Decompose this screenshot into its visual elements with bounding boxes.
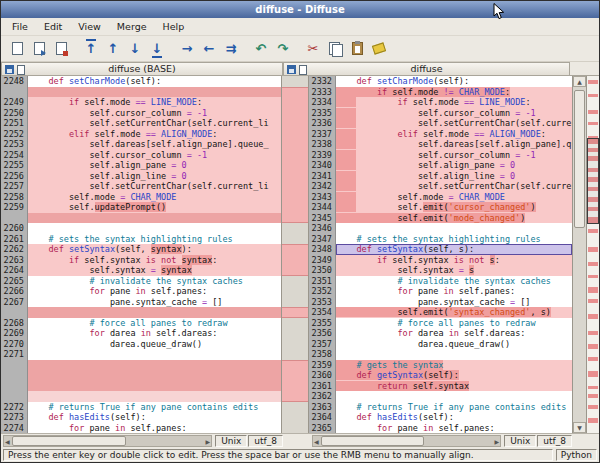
- horizontal-scrollbar-right[interactable]: ◀ ▶: [312, 435, 501, 447]
- code-line[interactable]: # force all panes to redraw: [28, 318, 281, 329]
- line-number[interactable]: 2249: [1, 97, 27, 108]
- line-number[interactable]: 2270: [1, 339, 27, 350]
- line-number[interactable]: 2361: [309, 381, 335, 392]
- line-number[interactable]: 2257: [1, 181, 27, 192]
- code-line[interactable]: def setCharMode(self):: [336, 76, 572, 87]
- code-line[interactable]: self.mode = CHAR_MODE: [336, 192, 572, 203]
- code-pane-base[interactable]: def setCharMode(self): if self.mode == L…: [28, 76, 282, 433]
- code-line[interactable]: [28, 349, 281, 360]
- line-number[interactable]: 2266: [1, 286, 27, 297]
- line-number[interactable]: 2269: [1, 328, 27, 339]
- line-number[interactable]: 2336: [309, 118, 335, 129]
- code-line[interactable]: [336, 391, 572, 402]
- vertical-scrollbar-thumb[interactable]: [574, 90, 585, 228]
- code-line[interactable]: if self.syntax is not syntax:: [28, 255, 281, 266]
- line-number[interactable]: 2265: [1, 276, 27, 287]
- open-file-button[interactable]: [29, 39, 49, 59]
- menu-edit[interactable]: Edit: [36, 18, 70, 35]
- titlebar[interactable]: diffuse - Diffuse: [1, 1, 599, 18]
- line-number[interactable]: 2262: [1, 244, 27, 255]
- line-number[interactable]: 2252: [1, 129, 27, 140]
- line-number[interactable]: [1, 381, 27, 392]
- line-number[interactable]: 2254: [1, 150, 27, 161]
- line-number[interactable]: 2355: [309, 318, 335, 329]
- first-difference-button[interactable]: ↑: [81, 39, 101, 59]
- code-line[interactable]: self.syntax = syntax: [28, 265, 281, 276]
- code-line[interactable]: # invalidate the syntax caches: [336, 276, 572, 287]
- code-line[interactable]: elif self.mode == ALIGN_MODE:: [336, 129, 572, 140]
- code-line[interactable]: def getSyntax(self):: [336, 370, 572, 381]
- line-number[interactable]: 2362: [309, 391, 335, 402]
- pane-header-base[interactable]: diffuse (BASE): [1, 62, 283, 76]
- code-line[interactable]: self.syntax = s: [336, 265, 572, 276]
- line-number[interactable]: [1, 360, 27, 371]
- line-number[interactable]: 2365: [309, 423, 335, 434]
- line-number[interactable]: 2345: [309, 213, 335, 224]
- code-line[interactable]: # returns True if any pane contains edit…: [336, 402, 572, 413]
- code-line[interactable]: [28, 360, 281, 371]
- paste-button[interactable]: [347, 39, 367, 59]
- line-number[interactable]: 2255: [1, 160, 27, 171]
- code-line[interactable]: [28, 223, 281, 234]
- code-line[interactable]: for pane in self.panes:: [336, 286, 572, 297]
- line-number[interactable]: 2346: [309, 223, 335, 234]
- copy-button[interactable]: [325, 39, 345, 59]
- line-number[interactable]: 2261: [1, 234, 27, 245]
- code-line[interactable]: for pane in self.panes:: [28, 286, 281, 297]
- code-line[interactable]: # invalidate the syntax caches: [28, 276, 281, 287]
- code-line[interactable]: darea.queue_draw(): [28, 339, 281, 350]
- save-file-button[interactable]: [51, 39, 71, 59]
- code-line[interactable]: [28, 370, 281, 381]
- line-number[interactable]: 2248: [1, 76, 27, 87]
- code-line[interactable]: def hasEdits(self):: [336, 412, 572, 423]
- vertical-scrollbar[interactable]: ▲ ▼: [572, 76, 586, 433]
- code-line[interactable]: self.setCurrentChar(self.current_li: [28, 181, 281, 192]
- line-number[interactable]: 2360: [309, 370, 335, 381]
- line-number[interactable]: 2337: [309, 129, 335, 140]
- code-line[interactable]: self.emit('mode_changed'): [336, 213, 572, 224]
- line-number[interactable]: 2272: [1, 402, 27, 413]
- copy-selection-right-button[interactable]: →: [177, 39, 197, 59]
- menu-merge[interactable]: Merge: [109, 18, 155, 35]
- pane-header-edited[interactable]: diffuse: [283, 62, 570, 76]
- line-number[interactable]: 2352: [309, 286, 335, 297]
- code-line[interactable]: def setCharMode(self):: [28, 76, 281, 87]
- line-number[interactable]: 2267: [1, 297, 27, 308]
- code-line[interactable]: # sets the syntax highlighting rules: [336, 234, 572, 245]
- line-number[interactable]: 2333: [309, 87, 335, 98]
- code-line[interactable]: self.cursor_column = -1: [28, 150, 281, 161]
- line-number[interactable]: 2253: [1, 139, 27, 150]
- code-line[interactable]: self.align_pane = 0: [28, 160, 281, 171]
- line-number[interactable]: [1, 391, 27, 402]
- line-number[interactable]: 2344: [309, 202, 335, 213]
- line-number[interactable]: 2341: [309, 171, 335, 182]
- code-line[interactable]: self.cursor_column = -1: [336, 150, 572, 161]
- line-number[interactable]: 2339: [309, 150, 335, 161]
- line-number[interactable]: 2357: [309, 339, 335, 350]
- code-pane-edited[interactable]: def setCharMode(self): if self.mode != C…: [336, 76, 572, 433]
- code-line[interactable]: self.updatePrompt(): [28, 202, 281, 213]
- line-number[interactable]: 2334: [309, 97, 335, 108]
- previous-difference-button[interactable]: ↑: [103, 39, 123, 59]
- code-line[interactable]: self.cursor_column = -1: [336, 108, 572, 119]
- code-line[interactable]: self.emit('cursor_changed'): [336, 202, 572, 213]
- code-line[interactable]: for darea in self.dareas:: [336, 328, 572, 339]
- new-file-button[interactable]: [7, 39, 27, 59]
- line-number[interactable]: 2343: [309, 192, 335, 203]
- code-line[interactable]: [28, 213, 281, 224]
- line-number[interactable]: 2250: [1, 108, 27, 119]
- line-number[interactable]: 2354: [309, 307, 335, 318]
- menu-view[interactable]: View: [70, 18, 109, 35]
- code-line[interactable]: self.mode = CHAR_MODE: [28, 192, 281, 203]
- code-line[interactable]: elif self.mode == ALIGN_MODE:: [28, 129, 281, 140]
- code-line[interactable]: def setSyntax(self, syntax):: [28, 244, 281, 255]
- line-number[interactable]: 2264: [1, 265, 27, 276]
- scroll-up-button[interactable]: ▲: [573, 76, 586, 87]
- code-line[interactable]: [336, 349, 572, 360]
- code-line[interactable]: for pane in self.panes:: [336, 423, 572, 434]
- code-line[interactable]: [28, 381, 281, 392]
- code-line[interactable]: for pane in self.panes:: [28, 423, 281, 434]
- line-number[interactable]: 2263: [1, 255, 27, 266]
- code-line[interactable]: self.setCurrentChar(self.current_li: [28, 118, 281, 129]
- line-number[interactable]: [1, 213, 27, 224]
